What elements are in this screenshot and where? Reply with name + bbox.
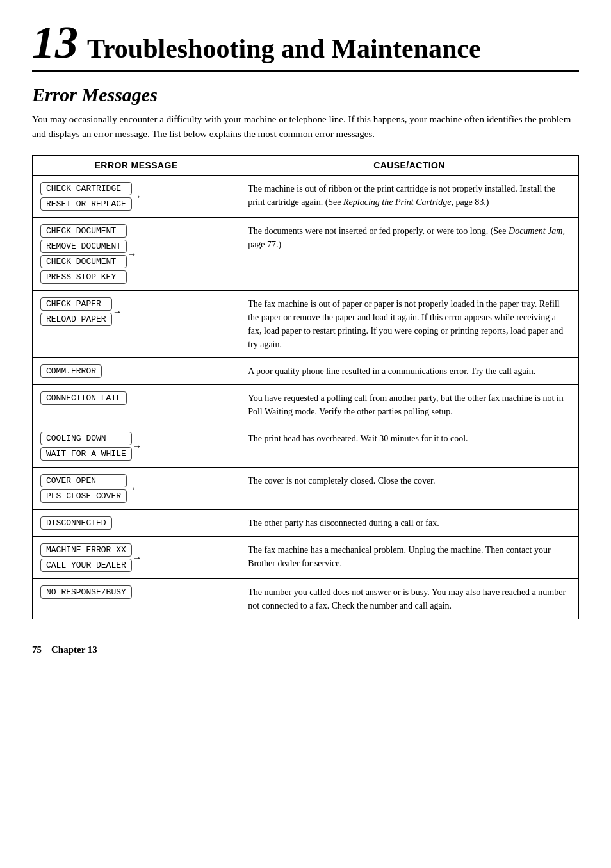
cause-action-cell: The fax machine has a mechanical problem… bbox=[240, 537, 579, 579]
arrow-icon: → bbox=[134, 192, 140, 202]
section-title: Error Messages bbox=[32, 84, 579, 106]
col-error-header: ERROR MESSAGE bbox=[33, 156, 240, 176]
error-message-cell: COMM.ERROR bbox=[33, 358, 240, 385]
table-row: CHECK DOCUMENTREMOVE DOCUMENTCHECK DOCUM… bbox=[33, 218, 579, 291]
error-message-cell: CHECK DOCUMENTREMOVE DOCUMENTCHECK DOCUM… bbox=[33, 218, 240, 291]
cause-action-cell: A poor quality phone line resulted in a … bbox=[240, 358, 579, 385]
lcd-display-line: CHECK DOCUMENT bbox=[40, 224, 127, 238]
cause-action-cell: The machine is out of ribbon or the prin… bbox=[240, 176, 579, 218]
lcd-display-line: CHECK DOCUMENT bbox=[40, 255, 127, 268]
error-message-cell: CHECK PAPERRELOAD PAPER→ bbox=[33, 291, 240, 358]
table-row: CONNECTION FAILYou have requested a poll… bbox=[33, 385, 579, 425]
arrow-icon: → bbox=[134, 441, 140, 452]
arrow-icon: → bbox=[129, 484, 134, 494]
footer: 75 Chapter 13 bbox=[32, 639, 579, 655]
lcd-display-line: CHECK PAPER bbox=[40, 297, 112, 311]
table-row: COVER OPENPLS CLOSE COVER→The cover is n… bbox=[33, 468, 579, 510]
lcd-display-line: CONNECTION FAIL bbox=[40, 391, 127, 405]
table-row: NO RESPONSE/BUSYThe number you called do… bbox=[33, 579, 579, 619]
error-messages-table: ERROR MESSAGE CAUSE/ACTION CHECK CARTRID… bbox=[32, 155, 579, 619]
lcd-display-line: COOLING DOWN bbox=[40, 432, 132, 445]
error-message-cell: DISCONNECTED bbox=[33, 510, 240, 537]
error-message-cell: CONNECTION FAIL bbox=[33, 385, 240, 425]
lcd-display-line: COMM.ERROR bbox=[40, 364, 102, 378]
error-message-cell: COVER OPENPLS CLOSE COVER→ bbox=[33, 468, 240, 510]
arrow-icon: → bbox=[129, 249, 134, 259]
cause-action-cell: The cover is not completely closed. Clos… bbox=[240, 468, 579, 510]
table-row: DISCONNECTEDThe other party has disconne… bbox=[33, 510, 579, 537]
error-message-cell: CHECK CARTRIDGERESET OR REPLACE→ bbox=[33, 176, 240, 218]
cause-action-cell: The other party has disconnected during … bbox=[240, 510, 579, 537]
arrow-icon: → bbox=[134, 553, 140, 563]
cause-action-cell: The documents were not inserted or fed p… bbox=[240, 218, 579, 291]
intro-text: You may occasionally encounter a difficu… bbox=[32, 112, 579, 141]
chapter-title: Troubleshooting and Maintenance bbox=[87, 34, 481, 63]
chapter-number: 13 bbox=[32, 19, 78, 65]
table-row: MACHINE ERROR XXCALL YOUR DEALER→The fax… bbox=[33, 537, 579, 579]
lcd-display-line: COVER OPEN bbox=[40, 474, 127, 487]
table-row: CHECK CARTRIDGERESET OR REPLACE→The mach… bbox=[33, 176, 579, 218]
error-message-cell: MACHINE ERROR XXCALL YOUR DEALER→ bbox=[33, 537, 240, 579]
lcd-display-line: RESET OR REPLACE bbox=[40, 197, 132, 211]
lcd-display-line: REMOVE DOCUMENT bbox=[40, 240, 127, 253]
lcd-display-line: CHECK CARTRIDGE bbox=[40, 182, 132, 195]
chapter-header: 13 Troubleshooting and Maintenance bbox=[32, 19, 579, 72]
lcd-display-line: PRESS STOP KEY bbox=[40, 270, 127, 284]
lcd-display-line: DISCONNECTED bbox=[40, 516, 112, 530]
table-row: CHECK PAPERRELOAD PAPER→The fax machine … bbox=[33, 291, 579, 358]
lcd-display-line: RELOAD PAPER bbox=[40, 313, 112, 326]
col-cause-header: CAUSE/ACTION bbox=[240, 156, 579, 176]
cause-action-cell: You have requested a polling call from a… bbox=[240, 385, 579, 425]
cause-action-cell: The number you called does not answer or… bbox=[240, 579, 579, 619]
cause-action-cell: The fax machine is out of paper or paper… bbox=[240, 291, 579, 358]
lcd-display-line: MACHINE ERROR XX bbox=[40, 543, 132, 557]
lcd-display-line: NO RESPONSE/BUSY bbox=[40, 585, 132, 599]
lcd-display-line: PLS CLOSE COVER bbox=[40, 489, 127, 503]
page-number: 75 bbox=[32, 644, 42, 655]
arrow-icon: → bbox=[115, 307, 120, 317]
table-row: COOLING DOWNWAIT FOR A WHILE→The print h… bbox=[33, 425, 579, 468]
error-message-cell: NO RESPONSE/BUSY bbox=[33, 579, 240, 619]
cause-action-cell: The print head has overheated. Wait 30 m… bbox=[240, 425, 579, 468]
chapter-footer-label: Chapter 13 bbox=[51, 644, 97, 655]
error-message-cell: COOLING DOWNWAIT FOR A WHILE→ bbox=[33, 425, 240, 468]
lcd-display-line: WAIT FOR A WHILE bbox=[40, 447, 132, 461]
table-row: COMM.ERRORA poor quality phone line resu… bbox=[33, 358, 579, 385]
lcd-display-line: CALL YOUR DEALER bbox=[40, 559, 132, 572]
